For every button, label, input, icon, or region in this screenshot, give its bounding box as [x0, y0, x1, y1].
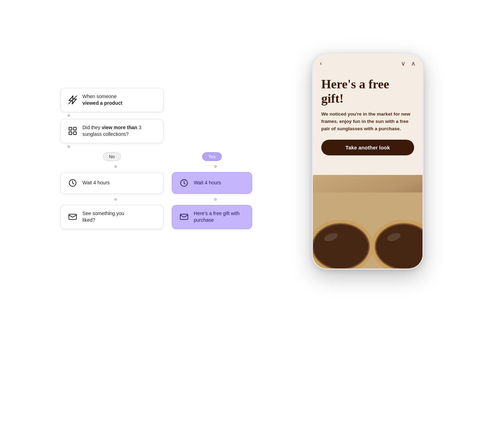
connector-wait-right	[214, 198, 217, 201]
phone-cta-button[interactable]: Take another look	[321, 140, 414, 155]
clock-icon-right	[178, 177, 190, 189]
wait-left-text: Wait 4 hours	[82, 179, 110, 186]
email-left-text: See something you liked?	[82, 210, 124, 224]
email-card-left: See something you liked?	[60, 205, 163, 229]
phone-image-area	[313, 175, 423, 270]
phone-nav-down-button[interactable]: ∨	[401, 60, 405, 67]
phone-mockup: ‹ ∨ ∧ Here's a free gift! We noticed you…	[312, 53, 424, 270]
phone-headline: Here's a free gift!	[321, 77, 414, 106]
envelope-icon-left	[67, 211, 78, 222]
branch-yes-col: Yes Wait 4 hours	[172, 152, 252, 229]
phone-nav-up-button[interactable]: ∧	[411, 60, 416, 67]
wait-card-left: Wait 4 hours	[60, 172, 163, 194]
trigger-card: When someone viewed a product	[60, 88, 163, 112]
email-card-right: Here's a free gift with purchase	[172, 205, 252, 229]
clock-icon-left	[67, 177, 78, 189]
condition-card: Did they view more than 3 sunglass colle…	[60, 119, 163, 143]
svg-point-13	[314, 225, 368, 268]
connector-yes	[214, 165, 217, 168]
branch-row: No Wait 4 hours	[60, 152, 252, 229]
workflow-panel: When someone viewed a product Did they v…	[60, 88, 252, 229]
phone-back-button[interactable]: ‹	[320, 60, 322, 67]
phone-header: ‹ ∨ ∧	[313, 54, 423, 70]
scene: When someone viewed a product Did they v…	[46, 32, 431, 416]
connector-no	[114, 165, 117, 168]
lightning-icon	[67, 94, 78, 105]
branch-yes-label: Yes	[202, 152, 221, 161]
filter-icon	[67, 125, 78, 137]
wait-right-text: Wait 4 hours	[194, 179, 221, 186]
phone-body: Here's a free gift! We noticed you're in…	[313, 70, 423, 175]
svg-rect-4	[69, 132, 72, 135]
envelope-icon-right	[178, 211, 190, 222]
condition-card-text: Did they view more than 3 sunglass colle…	[82, 124, 157, 138]
connector-1	[67, 114, 70, 117]
email-right-text: Here's a free gift with purchase	[194, 210, 245, 224]
phone-subtext: We noticed you're in the market for new …	[321, 111, 414, 133]
wait-card-right: Wait 4 hours	[172, 172, 252, 194]
svg-rect-3	[73, 127, 76, 130]
sunglasses-illustration	[313, 192, 423, 270]
connector-2	[67, 145, 70, 148]
trigger-card-text: When someone viewed a product	[82, 93, 122, 107]
branch-no-label: No	[103, 152, 121, 161]
svg-rect-2	[69, 127, 72, 130]
branch-no-col: No Wait 4 hours	[60, 152, 163, 229]
connector-wait-left	[114, 198, 117, 201]
svg-rect-5	[73, 132, 76, 135]
